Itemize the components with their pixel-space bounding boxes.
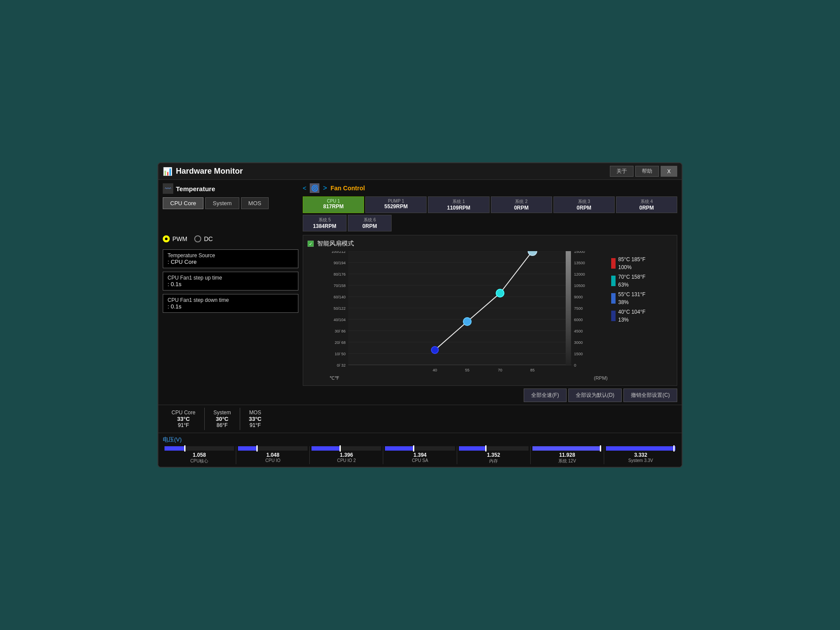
legend-color-38 [611, 293, 616, 304]
svg-text:40: 40 [433, 368, 437, 372]
fan-pump1-label: PUMP 1 [367, 199, 425, 203]
legend-item-100: 85°C 185°F100% [611, 256, 672, 271]
voltage-cpu-io-label: CPU IO [265, 458, 280, 463]
fan-sys2-label: 系统 2 [492, 199, 551, 205]
fan-speed-cpu1[interactable]: CPU 1 817RPM [303, 196, 364, 213]
voltage-cpu-core-value: 1.058 [193, 452, 206, 458]
voltage-12v: 11.928 系统 12V [531, 446, 604, 464]
tab-system[interactable]: System [205, 197, 239, 209]
fan-sys5-value: 1384RPM [304, 223, 345, 229]
voltage-memory-bar [459, 446, 487, 451]
fan-sys1-label: 系统 1 [429, 199, 488, 205]
pwm-inner-dot [165, 238, 168, 240]
tab-mos[interactable]: MOS [241, 197, 269, 209]
step-up-setting[interactable]: CPU Fan1 step up time : 0.1s [163, 272, 298, 290]
chart-mode-text: 智能风扇模式 [317, 240, 354, 248]
fan-sys1-value: 1109RPM [429, 205, 488, 211]
step-down-label: CPU Fan1 step down time [168, 297, 294, 303]
svg-text:85: 85 [530, 368, 535, 372]
temp-cpu-core: CPU Core 33°C 91°F [163, 408, 205, 430]
fan-speed-sys6[interactable]: 系统 6 0RPM [348, 215, 392, 231]
legend-color-63 [611, 276, 616, 286]
fan-sys3-label: 系统 3 [555, 199, 613, 205]
fan-speed-pump1[interactable]: PUMP 1 5529RPM [365, 196, 427, 213]
svg-text:0: 0 [574, 363, 576, 368]
voltage-title: 电压(V) [163, 436, 677, 444]
voltage-cpu-io-marker [256, 445, 258, 452]
fan-speed-sys5[interactable]: 系统 5 1384RPM [303, 215, 346, 231]
temp-cpu-core-fahrenheit: 91°F [178, 422, 189, 428]
legend-text-100: 85°C 185°F100% [618, 256, 645, 271]
svg-text:13500: 13500 [574, 261, 585, 265]
x-label-fahrenheit: ℉ [335, 375, 339, 381]
voltage-12v-bar [532, 446, 602, 451]
legend-color-13 [611, 311, 616, 321]
pwm-radio-circle [163, 235, 170, 242]
voltage-3v3-bar [606, 446, 676, 451]
temp-source-setting[interactable]: Temperature Source : CPU Core [163, 249, 298, 268]
title-left: 📊 Hardware Monitor [163, 167, 243, 176]
voltage-cpu-io-bar [238, 446, 258, 451]
chart-container: ✓ 智能风扇模式 [303, 235, 677, 386]
legend-text-63: 70°C 158°F63% [618, 273, 645, 289]
svg-text:9000: 9000 [574, 295, 583, 299]
set-default-button[interactable]: 全部设为默认(D) [568, 388, 622, 402]
step-up-value: : 0.1s [168, 281, 294, 287]
close-button[interactable]: X [661, 166, 677, 177]
help-button[interactable]: 帮助 [635, 166, 659, 177]
voltage-memory-marker [485, 445, 486, 452]
temp-footer: CPU Core 33°C 91°F System 30°C 86°F MOS … [158, 405, 682, 433]
cancel-all-button[interactable]: 撤销全部设置(C) [623, 388, 677, 402]
voltage-cpu-core-bar [164, 446, 186, 451]
step-down-setting[interactable]: CPU Fan1 step down time : 0.1s [163, 294, 298, 313]
voltage-memory-bar-wrap [459, 446, 528, 451]
temp-mos: MOS 33°C 91°F [240, 408, 270, 430]
fan-nav-back[interactable]: < [303, 185, 306, 192]
voltage-3v3-value: 3.332 [634, 452, 647, 458]
voltage-cpu-io2-value: 1.396 [340, 452, 353, 458]
temp-system-name: System [214, 410, 231, 416]
temp-source-value: : CPU Core [168, 259, 294, 265]
tab-cpu-core[interactable]: CPU Core [163, 197, 203, 209]
voltage-cpu-io-value: 1.048 [266, 452, 280, 458]
fan-speed-sys3[interactable]: 系统 3 0RPM [553, 196, 615, 213]
voltage-cpu-io2: 1.396 CPU IO 2 [310, 446, 383, 464]
voltage-bars: 1.058 CPU核心 1.048 CPU IO 1.3 [163, 446, 677, 464]
all-full-speed-button[interactable]: 全部全速(F) [524, 388, 566, 402]
voltage-3v3: 3.332 System 3.3V [604, 446, 677, 464]
voltage-cpu-io-bar-wrap [238, 446, 308, 451]
svg-text:30/ 86: 30/ 86 [335, 329, 346, 333]
temp-source-label: Temperature Source [168, 252, 294, 259]
voltage-section: 电压(V) 1.058 CPU核心 1.048 CPU IO [158, 433, 682, 467]
svg-text:100/212: 100/212 [331, 251, 346, 254]
x-label-celsius: ℃ [329, 375, 335, 381]
fan-sys5-label: 系统 5 [304, 217, 345, 223]
dc-label: DC [204, 235, 213, 242]
svg-text:80/176: 80/176 [333, 272, 346, 276]
fan-control-title: Fan Control [331, 185, 365, 192]
pwm-radio[interactable]: PWM [163, 235, 187, 242]
voltage-cpu-sa-bar-wrap [385, 446, 455, 451]
temp-system-celsius: 30°C [216, 416, 228, 422]
voltage-cpu-core-marker [184, 445, 186, 452]
about-button[interactable]: 关于 [610, 166, 634, 177]
fan-speed-sys2[interactable]: 系统 2 0RPM [491, 196, 552, 213]
voltage-12v-value: 11.928 [559, 452, 575, 458]
fan-speed-sys1[interactable]: 系统 1 1109RPM [428, 196, 489, 213]
svg-text:7500: 7500 [574, 306, 583, 311]
title-bar: 📊 Hardware Monitor 关于 帮助 X [158, 163, 682, 180]
dc-radio[interactable]: DC [194, 235, 213, 242]
chart-checkbox[interactable]: ✓ [308, 241, 314, 247]
window-title: Hardware Monitor [176, 167, 243, 176]
chart-svg-wrap: 100/212 90/194 80/176 70/158 60/140 50/1… [308, 251, 608, 381]
voltage-cpu-sa: 1.394 CPU SA [383, 446, 457, 464]
title-buttons: 关于 帮助 X [610, 166, 677, 177]
fan-speed-sys4[interactable]: 系统 4 0RPM [616, 196, 677, 213]
fan-curve-chart[interactable]: 100/212 90/194 80/176 70/158 60/140 50/1… [308, 251, 608, 374]
svg-text:55: 55 [465, 368, 469, 372]
svg-text:50/122: 50/122 [333, 306, 346, 311]
legend-color-100 [611, 258, 616, 269]
svg-text:15000: 15000 [574, 251, 585, 254]
right-panel: < 🌀 > Fan Control CPU 1 817RPM PUMP 1 55… [303, 183, 677, 386]
chart-legend: 85°C 185°F100% 70°C 158°F63% 55°C 131°F3… [611, 251, 672, 381]
